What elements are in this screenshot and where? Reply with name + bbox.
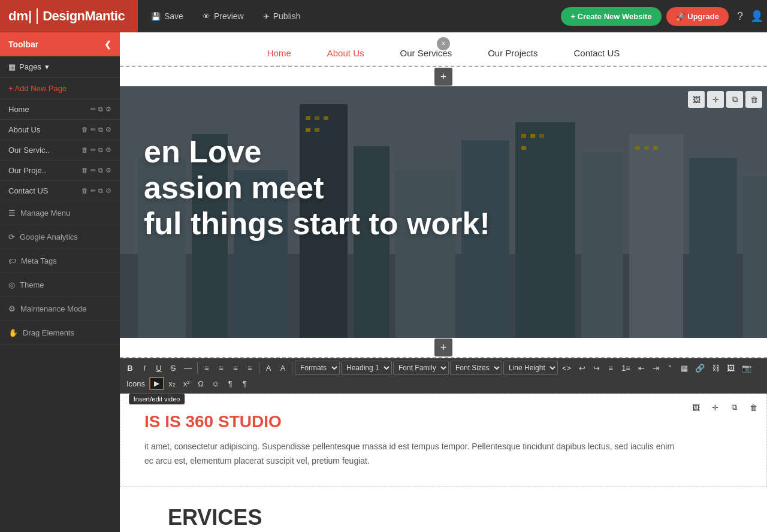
subscript-button[interactable]: x₂ xyxy=(165,376,179,391)
emoji-button[interactable]: ☺ xyxy=(209,376,222,391)
settings-icon[interactable]: ⚙ xyxy=(105,146,111,154)
preview-label: Preview xyxy=(214,11,244,21)
align-justify-button[interactable]: ≡ xyxy=(243,361,256,375)
font-sizes-dropdown[interactable]: Font Sizes xyxy=(450,361,502,375)
copy-icon[interactable]: ⧉ xyxy=(98,126,103,134)
section-move-button[interactable]: ✛ xyxy=(707,91,724,108)
settings-icon[interactable]: ⚙ xyxy=(105,126,111,134)
copy-icon[interactable]: ⧉ xyxy=(98,187,103,195)
toolbar-header[interactable]: Toolbar ❮ xyxy=(0,32,120,56)
trash-icon[interactable]: 🗑 xyxy=(81,126,88,134)
special-chars-button[interactable]: Ω xyxy=(194,376,207,391)
undo-button[interactable]: ↩ xyxy=(575,361,588,375)
table-button[interactable]: ▦ xyxy=(678,361,691,375)
page-item-about[interactable]: About Us 🗑 ✏ ⧉ ⚙ xyxy=(0,120,120,140)
add-section-button-middle[interactable]: + xyxy=(434,338,452,356)
indent-button[interactable]: ⇥ xyxy=(649,361,662,375)
formats-dropdown[interactable]: Formats xyxy=(295,361,340,375)
outdent-button[interactable]: ⇤ xyxy=(635,361,648,375)
upgrade-button[interactable]: 🚀 Upgrade xyxy=(666,7,729,26)
rtl-button[interactable]: ¶ xyxy=(238,376,251,391)
toolbar-label: Toolbar xyxy=(8,40,38,49)
edit-icon[interactable]: ✏ xyxy=(90,105,96,113)
underline-button[interactable]: U xyxy=(152,361,165,375)
save-button[interactable]: 💾 Save xyxy=(143,7,192,26)
copy-icon[interactable]: ⧉ xyxy=(98,146,103,154)
help-button[interactable]: ? xyxy=(733,10,747,23)
add-new-page[interactable]: + Add New Page xyxy=(0,78,120,99)
list-ol-button[interactable]: 1≡ xyxy=(618,361,633,375)
pages-grid-icon: ▦ xyxy=(8,62,16,71)
settings-icon[interactable]: ⚙ xyxy=(105,167,111,174)
insert-video-button[interactable]: ▶ Insert/edit video xyxy=(149,377,164,390)
preview-button[interactable]: 👁 Preview xyxy=(194,7,252,26)
create-new-website-button[interactable]: + Create New Website xyxy=(561,7,661,26)
section2-image-button[interactable]: 🖼 xyxy=(687,399,704,416)
text-bg-button[interactable]: A xyxy=(276,361,289,375)
page-actions-contact: 🗑 ✏ ⧉ ⚙ xyxy=(81,187,111,195)
align-center-button[interactable]: ≡ xyxy=(215,361,228,375)
edit-icon[interactable]: ✏ xyxy=(90,187,96,195)
section2-delete-button[interactable]: 🗑 xyxy=(745,399,762,416)
nav-link-contact[interactable]: Contact US xyxy=(574,48,620,58)
list-ul-button[interactable]: ≡ xyxy=(604,361,617,375)
nav-link-projects[interactable]: Our Projects xyxy=(488,48,537,58)
page-item-contact[interactable]: Contact US 🗑 ✏ ⧉ ⚙ xyxy=(0,181,120,201)
icons-button[interactable]: Icons xyxy=(123,376,148,391)
media-button[interactable]: 📷 xyxy=(739,361,754,375)
manage-menu[interactable]: ☰ Manage Menu xyxy=(0,201,120,225)
page-item-projects[interactable]: Our Proje.. 🗑 ✏ ⧉ ⚙ xyxy=(0,161,120,181)
maintenance-icon: ⚙ xyxy=(8,304,16,313)
section-image-button[interactable]: 🖼 xyxy=(688,91,705,108)
add-section-button-top[interactable]: + xyxy=(434,68,452,86)
google-analytics-label: Google Analytics xyxy=(20,232,78,241)
section2-copy-button[interactable]: ⧉ xyxy=(726,399,742,416)
text-color-button[interactable]: A xyxy=(262,361,275,375)
line-height-dropdown[interactable]: Line Height xyxy=(503,361,558,375)
section-delete-button[interactable]: 🗑 xyxy=(745,91,762,108)
image-button[interactable]: 🖼 xyxy=(724,361,738,375)
nav-link-home[interactable]: Home xyxy=(267,48,291,58)
trash-icon[interactable]: 🗑 xyxy=(81,187,88,195)
copy-icon[interactable]: ⧉ xyxy=(98,105,103,113)
nav-close-button[interactable]: × xyxy=(437,37,450,50)
font-family-dropdown[interactable]: Font Family xyxy=(393,361,449,375)
page-item-services[interactable]: Our Servic.. 🗑 ✏ ⧉ ⚙ xyxy=(0,140,120,161)
copy-icon[interactable]: ⧉ xyxy=(98,167,103,174)
italic-button[interactable]: I xyxy=(138,361,151,375)
maintenance-mode[interactable]: ⚙ Maintenance Mode xyxy=(0,297,120,321)
nav-link-about[interactable]: About Us xyxy=(327,48,364,58)
google-analytics[interactable]: ⟳ Google Analytics xyxy=(0,225,120,249)
edit-icon[interactable]: ✏ xyxy=(90,167,96,174)
pages-header[interactable]: ▦ Pages ▾ xyxy=(0,56,120,78)
link-button[interactable]: 🔗 xyxy=(692,361,708,375)
account-button[interactable]: 👤 xyxy=(747,10,767,23)
trash-icon[interactable]: 🗑 xyxy=(81,146,88,154)
settings-icon[interactable]: ⚙ xyxy=(105,105,111,113)
publish-button[interactable]: ✈ Publish xyxy=(255,7,309,26)
meta-tags[interactable]: 🏷 Meta Tags xyxy=(0,249,120,273)
superscript-button[interactable]: x² xyxy=(180,376,193,391)
edit-icon[interactable]: ✏ xyxy=(90,126,96,134)
align-left-button[interactable]: ≡ xyxy=(200,361,213,375)
align-right-button[interactable]: ≡ xyxy=(229,361,242,375)
ltr-button[interactable]: ¶ xyxy=(224,376,237,391)
redo-button[interactable]: ↪ xyxy=(590,361,603,375)
theme[interactable]: ◎ Theme xyxy=(0,273,120,297)
drag-elements[interactable]: ✋ Drag Elements xyxy=(0,321,120,345)
section2-move-button[interactable]: ✛ xyxy=(706,399,723,416)
minus-button[interactable]: — xyxy=(181,361,195,375)
drag-elements-label: Drag Elements xyxy=(23,328,74,337)
blockquote-button[interactable]: " xyxy=(663,361,677,375)
section-title-brand: 360 STUDIO xyxy=(185,412,281,431)
page-item-home[interactable]: Home ✏ ⧉ ⚙ xyxy=(0,99,120,120)
bold-button[interactable]: B xyxy=(123,361,137,375)
trash-icon[interactable]: 🗑 xyxy=(81,167,88,174)
strikethrough-button[interactable]: S xyxy=(167,361,180,375)
settings-icon[interactable]: ⚙ xyxy=(105,187,111,195)
heading-dropdown[interactable]: Heading 1 xyxy=(341,361,392,375)
code-button[interactable]: <> xyxy=(559,361,574,375)
unlink-button[interactable]: ⛓ xyxy=(709,361,723,375)
edit-icon[interactable]: ✏ xyxy=(90,146,96,154)
section-copy-button[interactable]: ⧉ xyxy=(726,91,743,108)
